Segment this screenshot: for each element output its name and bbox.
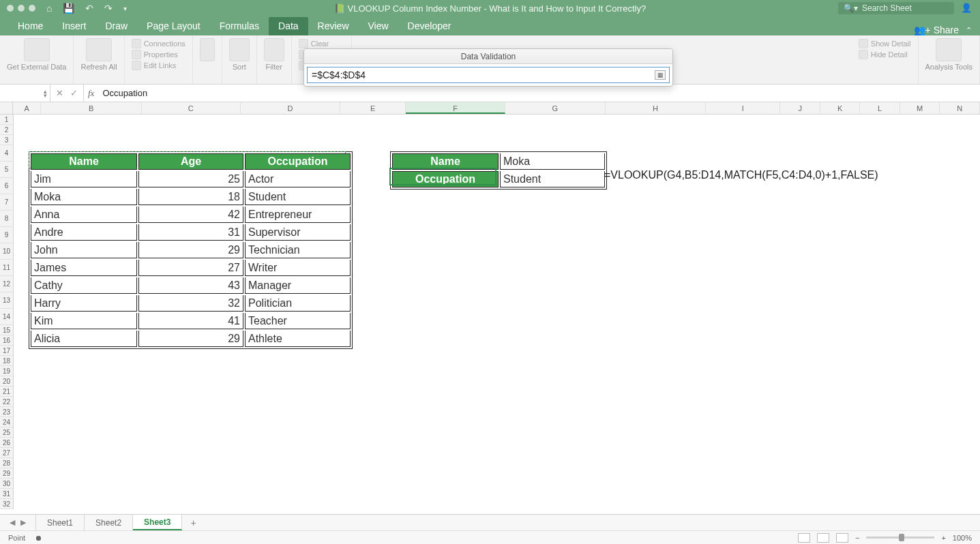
row-header-22[interactable]: 22 <box>0 397 13 407</box>
cell-occupation[interactable]: Teacher <box>245 313 351 329</box>
row-header-12[interactable]: 12 <box>0 276 13 292</box>
col-header-I[interactable]: I <box>706 102 780 114</box>
next-sheet-icon[interactable]: ▶ <box>20 518 26 527</box>
cell-age[interactable]: 43 <box>138 277 243 294</box>
zoom-slider-thumb[interactable] <box>899 534 904 541</box>
row-header-31[interactable]: 31 <box>0 489 13 499</box>
cell-name[interactable]: Jim <box>31 171 137 187</box>
redo-icon[interactable]: ↷ <box>104 3 113 14</box>
table-row[interactable]: Moka18Student <box>31 189 351 205</box>
row-header-17[interactable]: 17 <box>0 346 13 356</box>
cell-name[interactable]: Cathy <box>31 277 137 294</box>
row-header-2[interactable]: 2 <box>0 125 13 135</box>
cell-occupation[interactable]: Student <box>245 189 351 205</box>
sort-az-icon[interactable] <box>200 38 215 61</box>
cell-occupation[interactable]: Technician <box>245 242 351 258</box>
macro-record-icon[interactable]: ⏺ <box>35 534 42 542</box>
tab-page-layout[interactable]: Page Layout <box>137 17 210 35</box>
refresh-all-icon[interactable] <box>86 38 112 61</box>
col-header-K[interactable]: K <box>820 102 861 114</box>
data-validation-source-input[interactable] <box>307 67 670 83</box>
row-header-19[interactable]: 19 <box>0 366 13 376</box>
zoom-in-icon[interactable]: + <box>941 534 945 542</box>
tab-developer[interactable]: Developer <box>398 17 461 35</box>
zoom-slider[interactable] <box>866 537 934 539</box>
undo-icon[interactable]: ↶ <box>85 3 93 14</box>
col-header-B[interactable]: B <box>41 102 141 114</box>
table-row[interactable]: John29Technician <box>31 242 351 258</box>
row-header-4[interactable]: 4 <box>0 145 13 162</box>
col-header-M[interactable]: M <box>900 102 940 114</box>
connections-label[interactable]: Connections <box>144 40 185 48</box>
table-row[interactable]: Andre31Supervisor <box>31 224 351 241</box>
tab-home[interactable]: Home <box>8 17 53 35</box>
row-header-32[interactable]: 32 <box>0 499 13 509</box>
name-box-caret-icon[interactable]: ▴▾ <box>44 89 50 97</box>
sheet-tab-sheet3[interactable]: Sheet3 <box>133 515 182 530</box>
range-picker-icon[interactable]: ▦ <box>655 70 666 80</box>
row-header-21[interactable]: 21 <box>0 387 13 397</box>
col-header-E[interactable]: E <box>340 102 406 114</box>
tab-draw[interactable]: Draw <box>95 17 137 35</box>
connections-icon[interactable] <box>132 39 141 48</box>
col-header-A[interactable]: A <box>13 102 42 114</box>
spreadsheet-grid[interactable]: ABCDEFGHIJKLMN 1234567891011121314151617… <box>0 102 980 514</box>
cell-age[interactable]: 27 <box>138 260 243 276</box>
lookup-row[interactable]: OccupationStudent <box>392 171 605 187</box>
row-header-14[interactable]: 14 <box>0 309 13 325</box>
save-icon[interactable]: 💾 <box>63 3 74 14</box>
page-break-view-icon[interactable] <box>836 533 848 543</box>
show-detail-label[interactable]: Show Detail <box>871 40 911 48</box>
row-header-7[interactable]: 7 <box>0 194 13 211</box>
filter-icon[interactable] <box>264 38 284 61</box>
zoom-level[interactable]: 100% <box>953 534 972 542</box>
col-header-D[interactable]: D <box>241 102 340 114</box>
row-header-1[interactable]: 1 <box>0 115 13 125</box>
col-header-H[interactable]: H <box>606 102 706 114</box>
row-header-18[interactable]: 18 <box>0 356 13 366</box>
row-header-3[interactable]: 3 <box>0 135 13 145</box>
cell-occupation[interactable]: Politician <box>245 295 351 312</box>
col-header-L[interactable]: L <box>860 102 900 114</box>
row-header-10[interactable]: 10 <box>0 243 13 260</box>
cell-age[interactable]: 18 <box>138 189 243 205</box>
cell-age[interactable]: 29 <box>138 331 243 347</box>
cancel-formula-icon[interactable]: ✕ <box>56 88 63 98</box>
edit-links-label[interactable]: Edit Links <box>144 61 177 70</box>
cell-occupation[interactable]: Actor <box>245 171 351 187</box>
row-header-15[interactable]: 15 <box>0 325 13 335</box>
table-row[interactable]: Cathy43Manager <box>31 277 351 294</box>
cell-age[interactable]: 25 <box>138 171 243 187</box>
cell-occupation[interactable]: Manager <box>245 277 351 294</box>
edit-links-icon[interactable] <box>132 61 141 70</box>
user-account-icon[interactable]: 👤 <box>961 3 972 14</box>
cell-age[interactable]: 31 <box>138 224 243 241</box>
show-detail-icon[interactable] <box>859 39 868 48</box>
row-header-29[interactable]: 29 <box>0 468 13 479</box>
col-header-N[interactable]: N <box>940 102 980 114</box>
normal-view-icon[interactable] <box>798 533 810 543</box>
page-layout-view-icon[interactable] <box>817 533 829 543</box>
analysis-tools-icon[interactable] <box>936 38 962 61</box>
row-header-25[interactable]: 25 <box>0 427 13 438</box>
table-row[interactable]: Kim41Teacher <box>31 313 351 329</box>
name-box[interactable]: ▴▾ <box>0 85 50 102</box>
get-external-data-icon[interactable] <box>24 38 50 61</box>
search-sheet-input[interactable]: 🔍▾ Search Sheet <box>838 2 954 14</box>
accept-formula-icon[interactable]: ✓ <box>70 88 78 98</box>
tab-formulas[interactable]: Formulas <box>210 17 269 35</box>
table-row[interactable]: Harry32Politician <box>31 295 351 312</box>
clear-label[interactable]: Clear <box>311 40 329 48</box>
table-row[interactable]: James27Writer <box>31 260 351 276</box>
cell-name[interactable]: James <box>31 260 137 276</box>
maximize-window-icon[interactable] <box>29 5 35 12</box>
cell-occupation[interactable]: Entrepreneur <box>245 207 351 223</box>
home-icon[interactable]: ⌂ <box>46 3 52 14</box>
properties-icon[interactable] <box>132 50 141 59</box>
row-header-24[interactable]: 24 <box>0 417 13 427</box>
tab-view[interactable]: View <box>359 17 398 35</box>
row-header-9[interactable]: 9 <box>0 227 13 243</box>
properties-label[interactable]: Properties <box>144 50 178 59</box>
cell-name[interactable]: John <box>31 242 137 258</box>
cell-occupation[interactable]: Athlete <box>245 331 351 347</box>
